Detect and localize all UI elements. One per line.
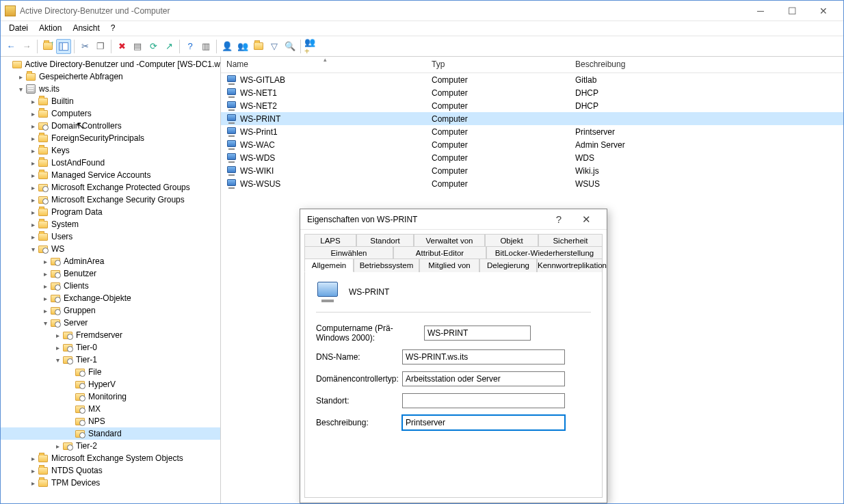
tree-node-program-data[interactable]: ▸Program Data — [1, 206, 220, 218]
delete-icon[interactable]: ✖ — [114, 39, 129, 54]
tree-node-keys[interactable]: ▸Keys — [1, 144, 220, 157]
tree-node-adminarea[interactable]: ▸AdminArea — [1, 255, 220, 267]
tree-node-tpm-devices[interactable]: ▸TPM Devices — [1, 477, 220, 489]
back-icon[interactable]: ← — [3, 39, 18, 54]
chevron-right-icon[interactable]: ▸ — [28, 135, 38, 142]
chevron-right-icon[interactable]: ▸ — [28, 98, 38, 105]
menu-datei[interactable]: Datei — [3, 21, 34, 36]
tab-attribut-editor[interactable]: Attribut-Editor — [393, 246, 486, 259]
help-icon[interactable]: ? — [183, 39, 198, 54]
tree-node-microsoft-exchange-security-groups[interactable]: ▸Microsoft Exchange Security Groups — [1, 194, 220, 206]
menu-aktion[interactable]: Aktion — [34, 21, 67, 36]
chevron-right-icon[interactable]: ▸ — [28, 147, 38, 155]
chevron-down-icon[interactable]: ▾ — [40, 319, 50, 327]
chevron-right-icon[interactable]: ▸ — [28, 196, 38, 204]
list-row[interactable]: WS-Print1ComputerPrintserver — [221, 125, 843, 138]
show-hide-tree-icon[interactable] — [56, 39, 71, 54]
menu-ansicht[interactable]: Ansicht — [67, 21, 105, 36]
copy-icon[interactable]: ❐ — [93, 39, 108, 54]
chevron-right-icon[interactable]: ▸ — [28, 221, 38, 228]
tab-delegierung[interactable]: Delegierung — [479, 258, 537, 272]
chevron-right-icon[interactable]: ▸ — [28, 172, 38, 179]
tree-node-managed-service-accounts[interactable]: ▸Managed Service Accounts — [1, 169, 220, 181]
tree-node-hyperv[interactable]: ▸HyperV — [1, 378, 220, 390]
menu-[interactable]: ? — [105, 21, 121, 36]
tree-node-standard[interactable]: ▸Standard — [1, 427, 220, 440]
chevron-right-icon[interactable]: ▸ — [28, 122, 38, 130]
tree-node-active-directory-benutzer-und-computer-ws-dc1-w[interactable]: ▸Active Directory-Benutzer und -Computer… — [1, 58, 220, 70]
new-group-icon[interactable]: 👥 — [235, 39, 250, 54]
chevron-down-icon[interactable]: ▾ — [28, 246, 38, 253]
tree-node-lostandfound[interactable]: ▸LostAndFound — [1, 157, 220, 169]
tree-node-ntds-quotas[interactable]: ▸NTDS Quotas — [1, 464, 220, 477]
tree-node-ws-its[interactable]: ▾ws.its — [1, 83, 220, 95]
export-list-icon[interactable]: ↗ — [161, 39, 176, 54]
tree-node-builtin[interactable]: ▸Builtin — [1, 95, 220, 107]
tree-node-tier-1[interactable]: ▾Tier-1 — [1, 354, 220, 366]
tree-node-mx[interactable]: ▸MX — [1, 403, 220, 415]
computer-name-input[interactable] — [424, 326, 531, 341]
chevron-right-icon[interactable]: ▸ — [28, 455, 38, 462]
chevron-right-icon[interactable]: ▸ — [28, 184, 38, 191]
tab-kennwortreplikation[interactable]: Kennwortreplikation — [537, 258, 603, 272]
description-input[interactable] — [402, 415, 565, 430]
list-row[interactable]: WS-NET1ComputerDHCP — [221, 86, 843, 99]
chevron-right-icon[interactable]: ▸ — [53, 442, 62, 450]
chevron-right-icon[interactable]: ▸ — [40, 258, 50, 265]
list-row[interactable]: WS-WSUSComputerWSUS — [221, 177, 843, 190]
tree-node-clients[interactable]: ▸Clients — [1, 280, 220, 292]
tree-node-microsoft-exchange-protected-groups[interactable]: ▸Microsoft Exchange Protected Groups — [1, 181, 220, 194]
list-row[interactable]: WS-PRINTComputer — [221, 112, 843, 125]
tab-verwaltet-von[interactable]: Verwaltet von — [414, 234, 485, 247]
tab-sicherheit[interactable]: Sicherheit — [538, 234, 603, 247]
tab-objekt[interactable]: Objekt — [485, 234, 538, 247]
chevron-right-icon[interactable]: ▸ — [40, 282, 50, 290]
dialog-help-button[interactable]: ? — [545, 213, 572, 225]
add-to-group-icon[interactable]: 👥+ — [304, 39, 319, 54]
tree-node-fremdserver[interactable]: ▸Fremdserver — [1, 329, 220, 341]
tree-node-computers[interactable]: ▸Computers — [1, 107, 220, 120]
tree-node-exchange-objekte[interactable]: ▸Exchange-Objekte — [1, 292, 220, 304]
tree-node-nps[interactable]: ▸NPS — [1, 415, 220, 427]
close-button[interactable]: ✕ — [808, 1, 839, 21]
refresh-icon[interactable]: ⟳ — [146, 39, 161, 54]
tree-node-monitoring[interactable]: ▸Monitoring — [1, 390, 220, 403]
chevron-right-icon[interactable]: ▸ — [28, 479, 38, 487]
tree-node-foreignsecurityprincipals[interactable]: ▸ForeignSecurityPrincipals — [1, 132, 220, 144]
dns-name-input[interactable] — [402, 349, 565, 364]
tree-node-system[interactable]: ▸System — [1, 218, 220, 230]
site-input[interactable] — [402, 393, 565, 408]
up-folder-icon[interactable]: ↑ — [40, 39, 55, 54]
minimize-button[interactable]: ─ — [745, 1, 776, 21]
tab-mitglied-von[interactable]: Mitglied von — [419, 258, 479, 272]
forward-icon[interactable]: → — [19, 39, 34, 54]
column-description[interactable]: Beschreibung — [570, 57, 843, 72]
chevron-right-icon[interactable]: ▸ — [16, 73, 25, 81]
tree-node-tier-2[interactable]: ▸Tier-2 — [1, 440, 220, 452]
properties-icon[interactable]: ▤ — [130, 39, 145, 54]
tree-node-file[interactable]: ▸File — [1, 366, 220, 378]
chevron-right-icon[interactable]: ▸ — [28, 233, 38, 241]
chevron-down-icon[interactable]: ▾ — [53, 356, 62, 364]
chevron-right-icon[interactable]: ▸ — [53, 344, 62, 352]
tree-node-gespeicherte-abfragen[interactable]: ▸Gespeicherte Abfragen — [1, 70, 220, 83]
list-row[interactable]: WS-WIKIComputerWiki.js — [221, 164, 843, 177]
dc-type-input[interactable] — [402, 371, 565, 386]
chevron-right-icon[interactable]: ▸ — [53, 332, 62, 339]
tab-einw-hlen[interactable]: Einwählen — [304, 246, 393, 259]
new-user-icon[interactable]: 👤 — [220, 39, 235, 54]
maximize-button[interactable]: ☐ — [776, 1, 808, 21]
chevron-down-icon[interactable]: ▾ — [16, 85, 25, 93]
chevron-right-icon[interactable]: ▸ — [28, 209, 38, 216]
cut-icon[interactable]: ✂ — [77, 39, 92, 54]
tab-standort[interactable]: Standort — [356, 234, 414, 247]
tab-bitlocker-wiederherstellung[interactable]: BitLocker-Wiederherstellung — [486, 246, 603, 259]
tab-allgemein[interactable]: Allgemein — [304, 258, 354, 272]
tree-node-ws[interactable]: ▾WS — [1, 243, 220, 255]
tree-node-server[interactable]: ▾Server — [1, 317, 220, 329]
tree-node-domain-controllers[interactable]: ▸Domain Controllers — [1, 120, 220, 132]
list-row[interactable]: WS-NET2ComputerDHCP — [221, 99, 843, 112]
chevron-right-icon[interactable]: ▸ — [40, 307, 50, 315]
chevron-right-icon[interactable]: ▸ — [40, 295, 50, 302]
list-row[interactable]: WS-GITLABComputerGitlab — [221, 73, 843, 86]
